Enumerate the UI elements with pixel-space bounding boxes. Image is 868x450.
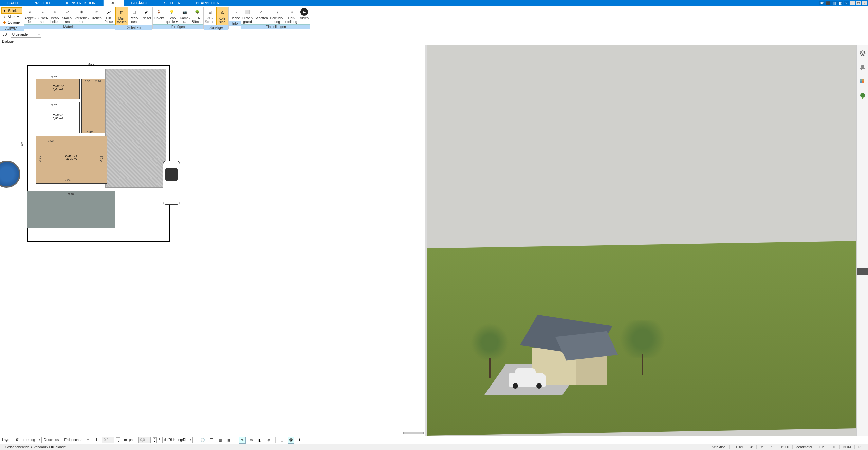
status-ein: Ein — [816, 445, 828, 449]
bulb-button[interactable]: 💡Licht- quelle ▾ — [165, 7, 179, 24]
box-icon[interactable]: ⬛ — [825, 1, 831, 5]
cube-icon[interactable]: ◧ — [837, 1, 843, 5]
floor-plan: 8.10 9.00 Raum 776,44 m² 3.67 Raum 810,0… — [27, 65, 170, 242]
menu-tab-sichten[interactable]: SICHTEN — [156, 0, 188, 6]
status-scale: 1:100 — [777, 445, 792, 449]
section-icon: ⬓ — [206, 7, 215, 16]
panel-handle[interactable] — [857, 268, 868, 275]
menu-tab-3d[interactable]: 3D — [104, 0, 124, 6]
area-button[interactable]: ▭Fläche — [229, 7, 241, 21]
sub-toolbar: 3D Urgelände — [0, 31, 868, 38]
layers-icon[interactable]: ▦ — [226, 437, 233, 444]
view-mode-label: 3D — [1, 33, 8, 36]
chair-button[interactable]: 🪑Objekt — [153, 7, 165, 21]
svg-rect-0 — [861, 65, 864, 68]
group-label: Sonstige — [204, 25, 228, 30]
phi-spinner[interactable]: ▴▾ — [153, 437, 157, 443]
minimize-button[interactable]: _ — [850, 1, 855, 5]
scene-3d — [427, 45, 856, 436]
monitor-button[interactable]: 🖥Dar- stellung — [284, 7, 298, 24]
move-icon: ✥ — [77, 7, 86, 16]
dl-select[interactable]: dl (Richtung/Di — [162, 437, 193, 443]
button-label: Verschie- ben — [74, 17, 89, 24]
play-button[interactable]: ▶Video — [298, 7, 310, 21]
edit-mode-icon[interactable]: ✎ — [239, 437, 246, 444]
ribbon-group-info: ▭Fläche Info — [229, 6, 241, 31]
house-shadow-button[interactable]: ⌂Schatten — [254, 7, 269, 21]
tree-right — [617, 320, 668, 375]
close-button[interactable]: × — [862, 1, 867, 5]
info-icon[interactable]: ℹ — [296, 437, 303, 444]
tree-button[interactable]: 🌳3D- Bitmap — [191, 7, 203, 24]
box-mode-icon[interactable]: ▭ — [248, 437, 255, 444]
maximize-button[interactable]: □ — [856, 1, 861, 5]
dim-label: 1.00 — [84, 80, 90, 83]
eyedropper-button[interactable]: ✐Abgrei- fen — [24, 7, 37, 24]
menu-tab-bearbeiten[interactable]: BEARBEITEN — [188, 0, 227, 6]
edit-material-button[interactable]: ✎Bear- beiten — [49, 7, 61, 24]
length-unit: cm — [122, 438, 127, 442]
brush-bg-button[interactable]: 🖌Hin. Pinsel — [103, 7, 115, 24]
menu-tab-konstruktion[interactable]: KONSTRUKTION — [58, 0, 103, 6]
brush-button[interactable]: 🖌Pinsel — [140, 7, 152, 21]
3d-icon[interactable]: ◈ — [265, 437, 272, 444]
dim-label: 8.10 — [68, 192, 74, 196]
assign-icon: ⇲ — [38, 7, 47, 16]
length-spinner[interactable]: ▴▾ — [116, 437, 120, 443]
box-calc-icon: ◫ — [130, 7, 138, 16]
edit-material-icon: ✎ — [51, 7, 59, 16]
collision-button[interactable]: ⚠Kolli- sion — [216, 7, 228, 25]
selekt-button[interactable]: ➤Selekt — [1, 7, 22, 14]
group-label: Material — [24, 24, 115, 29]
furniture-panel-button[interactable] — [858, 63, 867, 72]
viewport-3d[interactable] — [427, 45, 856, 436]
monitor-icon[interactable]: 🖵 — [208, 437, 215, 444]
clock-icon[interactable]: 🕘 — [199, 437, 206, 444]
optionen-button[interactable]: ✚Optionen — [1, 20, 22, 25]
dim-label: 3.30 — [38, 156, 41, 162]
help-icon[interactable]: ? — [844, 1, 849, 5]
camera-button[interactable]: 📷Kame- ra — [179, 7, 191, 24]
grid-icon[interactable]: ⊞ — [279, 437, 285, 444]
length-input[interactable]: 0,0 — [102, 437, 114, 443]
rotate-button[interactable]: ⟳Drehen — [90, 7, 103, 21]
north-icon[interactable]: Ⓝ — [288, 437, 294, 444]
brush-icon: 🖌 — [142, 7, 151, 16]
eyedropper-icon: ✐ — [26, 7, 35, 16]
scale-button[interactable]: ⤢Skalie- ren — [61, 7, 74, 24]
dim-label: 3.67 — [51, 76, 57, 79]
lighting-button[interactable]: ☼Beleuch- tung — [269, 7, 284, 24]
geschoss-select[interactable]: Erdgeschos — [63, 437, 90, 443]
car-2d — [163, 161, 180, 205]
button-label: Hinter- grund — [242, 17, 253, 24]
menu-tab-gelaende[interactable]: GELÄNDE — [124, 0, 157, 6]
house-shadow-icon: ⌂ — [257, 7, 266, 16]
stack-icon[interactable]: ▥ — [217, 437, 224, 444]
ribbon-group-material: ✐Abgrei- fen⇲Zuwei- sen✎Bear- beiten⤢Ska… — [24, 6, 115, 31]
menu-tab-datei[interactable]: DATEI — [0, 0, 26, 6]
scrollbar-h[interactable] — [403, 432, 424, 434]
layers-icon[interactable]: ▤ — [831, 1, 837, 5]
assign-button[interactable]: ⇲Zuwei- sen — [37, 7, 49, 24]
background-button[interactable]: ⬜Hinter- grund — [241, 7, 254, 24]
menu-tab-projekt[interactable]: PROJEKT — [26, 0, 59, 6]
materials-panel-button[interactable] — [858, 78, 867, 86]
plants-panel-button[interactable] — [858, 92, 867, 100]
menu-bar: DATEI PROJEKT KONSTRUKTION 3D GELÄNDE SI… — [0, 0, 868, 6]
layer-combo[interactable]: Urgelände — [11, 32, 41, 38]
viewport-2d[interactable]: 8.10 9.00 Raum 776,44 m² 3.67 Raum 810,0… — [0, 45, 425, 436]
surface-icon[interactable]: ◧ — [257, 437, 263, 444]
move-button[interactable]: ✥Verschie- ben — [73, 7, 90, 24]
box-shadow-button[interactable]: ◫Dar- stellen — [115, 7, 128, 25]
length-label: l = — [96, 438, 100, 442]
mark-button[interactable]: ✧Mark.▾ — [1, 14, 22, 19]
dim-label: 3.67 — [51, 104, 57, 107]
phi-unit: ° — [159, 438, 160, 442]
phi-input[interactable]: 0,0 — [138, 437, 151, 443]
layer-select[interactable]: 01_ug,eg,og — [15, 437, 42, 443]
section-button[interactable]: ⬓3D- Schnitt — [204, 7, 216, 24]
tools-icon[interactable]: 🛠 — [819, 1, 825, 5]
layers-panel-button[interactable] — [858, 49, 867, 57]
dim-label: 7.24 — [64, 178, 71, 182]
box-calc-button[interactable]: ◫Rech- nen — [128, 7, 140, 24]
